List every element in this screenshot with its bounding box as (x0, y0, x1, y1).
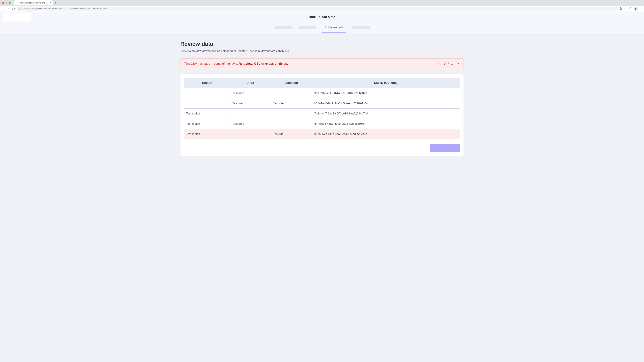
continue-button[interactable] (430, 144, 460, 152)
close-window-icon[interactable] (2, 2, 4, 4)
address-bar: 🔒 https://app.safetyculture.com/organisa… (0, 6, 644, 12)
cell-region: Test region (184, 119, 230, 129)
alert-next-icon[interactable] (456, 62, 460, 66)
th-siteid: Site ID (Optional) (312, 78, 460, 88)
page-subtitle: This is a preview of what will be upload… (180, 49, 464, 53)
alert-total: 1 (451, 62, 453, 65)
reassign-fields-link[interactable]: re-assign fields. (265, 62, 288, 65)
steps-bar: 3. Review data (0, 22, 644, 33)
kebab-menu-icon[interactable]: ⋮ (640, 7, 642, 10)
cell-location: Test site (271, 129, 312, 139)
cell-region (184, 88, 230, 98)
table-card: Region Area Location Site ID (Optional) … (180, 74, 464, 156)
table-row: Test area9e17e32f-c0f7-4b1a-9b73-0465895… (184, 88, 460, 98)
th-area: Area (230, 78, 271, 88)
step-3-active[interactable]: 3. Review data (322, 22, 346, 33)
cell-site_id: c47f70e6-4357-43b9-a894-f721ffd6069f (312, 119, 460, 129)
table-header-row: Region Area Location Site ID (Optional) (184, 78, 460, 88)
window-controls (2, 2, 11, 4)
cell-site_id: b30a1aa8-f719-4ce1-a58e-ecc2696e8b0a (312, 98, 460, 109)
tabs-dropdown-icon[interactable]: ⌄ (638, 1, 644, 4)
logo-placeholder (3, 13, 31, 21)
cell-area: Test area (230, 98, 271, 109)
cell-area: Test area (230, 119, 271, 129)
table-row: Test areaTest siteb30a1aa8-f719-4ce1-a58… (184, 98, 460, 109)
browser-chrome: ✦ iAuditor: Manage Teams and I… ✕ + ⌄ 🔒 … (0, 0, 644, 12)
th-location: Location (271, 78, 312, 88)
new-tab-button[interactable]: + (55, 1, 56, 4)
page-title: Bulk upload sites (309, 15, 335, 19)
cell-site_id: 097a267b-b11c-4aa6-8c43-c7ad5f20e40e (312, 129, 460, 139)
browser-tab-bar: ✦ iAuditor: Manage Teams and I… ✕ + ⌄ (0, 0, 644, 6)
url-input[interactable]: 🔒 https://app.safetyculture.com/organisa… (17, 6, 617, 11)
lock-icon: 🔒 (18, 7, 21, 10)
reupload-csv-link[interactable]: Re-upload CSV (239, 62, 260, 65)
alert-prev-icon[interactable] (437, 62, 440, 66)
step-3-label: 3. Review data (325, 26, 343, 29)
extensions-icon[interactable] (629, 7, 632, 10)
svg-point-1 (636, 8, 636, 9)
step-2-placeholder[interactable] (298, 26, 316, 29)
cell-region (184, 98, 230, 109)
alert-counter: 0 / 1 (444, 62, 453, 65)
favicon-icon: ✦ (16, 2, 18, 4)
app-header: Bulk upload sites (0, 12, 644, 22)
cell-area: Test area (230, 88, 271, 98)
profile-avatar[interactable] (634, 7, 638, 10)
alert-middle: or (260, 62, 265, 65)
validation-alert: This CSV has gaps in some of the rows. R… (180, 58, 464, 69)
forward-button[interactable] (7, 7, 10, 10)
cell-site_id: 7c4ed447-1dd3-49f7-b07d-8aa92294e740 (312, 109, 460, 119)
cell-area (230, 109, 271, 119)
cell-location (271, 119, 312, 129)
reload-button[interactable] (12, 7, 15, 10)
footer-actions (184, 144, 460, 152)
main-content: Review data This is a preview of what wi… (180, 33, 464, 163)
close-tab-icon[interactable]: ✕ (49, 2, 51, 4)
url-text: https://app.safetyculture.com/organisati… (22, 7, 107, 10)
step-1-placeholder[interactable] (274, 26, 292, 29)
page-heading: Review data (180, 40, 464, 47)
table-row: Test regionTest areac47f70e6-4357-43b9-a… (184, 119, 460, 129)
th-region: Region (184, 78, 230, 88)
browser-actions: ☆ ⋮ (619, 7, 642, 10)
minimize-window-icon[interactable] (5, 2, 8, 4)
alert-pager: 0 / 1 (437, 62, 460, 66)
maximize-window-icon[interactable] (9, 2, 11, 4)
table-row: Test region7c4ed447-1dd3-49f7-b07d-8aa92… (184, 109, 460, 119)
table-row: Test regionTest site097a267b-b11c-4aa6-8… (184, 129, 460, 139)
cell-location (271, 88, 312, 98)
cell-region: Test region (184, 109, 230, 119)
review-table: Region Area Location Site ID (Optional) … (184, 78, 460, 139)
cell-area (230, 129, 271, 139)
browser-tab[interactable]: ✦ iAuditor: Manage Teams and I… ✕ (14, 0, 53, 5)
back-button-footer[interactable] (412, 144, 427, 152)
cell-location: Test site (271, 98, 312, 109)
cell-region: Test region (184, 129, 230, 139)
alert-text: This CSV has gaps in some of the rows. R… (184, 62, 288, 65)
back-button[interactable] (2, 7, 5, 10)
alert-prefix: This CSV has gaps in some of the rows. (184, 62, 239, 65)
share-icon[interactable] (619, 7, 622, 10)
cell-location (271, 109, 312, 119)
bookmark-icon[interactable]: ☆ (624, 7, 626, 10)
cell-site_id: 9e17e32f-c0f7-4b1a-9b73-0465895bc323 (312, 88, 460, 98)
alert-sep: / (448, 62, 449, 65)
step-4-placeholder[interactable] (352, 26, 370, 29)
alert-current: 0 (444, 62, 446, 65)
tab-title: iAuditor: Manage Teams and I… (20, 2, 48, 4)
